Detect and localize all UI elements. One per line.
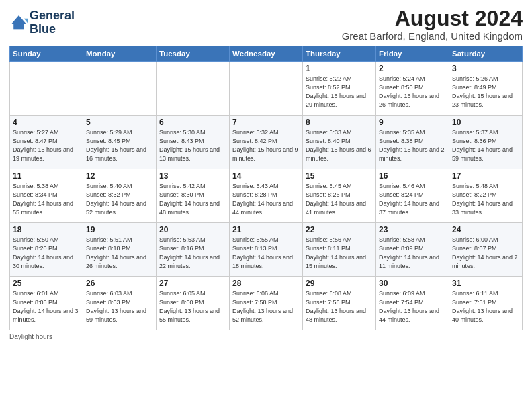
header-cell-monday: Monday bbox=[83, 46, 157, 62]
day-number: 24 bbox=[452, 225, 519, 234]
day-number: 23 bbox=[379, 225, 446, 234]
day-cell: 4Sunrise: 5:27 AM Sunset: 8:47 PM Daylig… bbox=[10, 116, 83, 169]
day-info: Sunrise: 5:29 AM Sunset: 8:45 PM Dayligh… bbox=[86, 128, 153, 163]
day-number: 13 bbox=[159, 171, 226, 181]
week-row-2: 4Sunrise: 5:27 AM Sunset: 8:47 PM Daylig… bbox=[10, 116, 523, 169]
footer-note: Daylight hours bbox=[9, 333, 523, 340]
day-info: Sunrise: 5:22 AM Sunset: 8:52 PM Dayligh… bbox=[306, 75, 373, 109]
day-number: 2 bbox=[379, 64, 446, 73]
day-info: Sunrise: 5:40 AM Sunset: 8:32 PM Dayligh… bbox=[86, 182, 153, 217]
day-number: 19 bbox=[86, 225, 153, 234]
day-number: 5 bbox=[86, 118, 153, 127]
svg-rect-1 bbox=[13, 24, 24, 29]
day-cell: 2Sunrise: 5:24 AM Sunset: 8:50 PM Daylig… bbox=[376, 62, 449, 116]
title-area: August 2024 Great Barford, England, Unit… bbox=[342, 7, 523, 42]
logo: General Blue bbox=[9, 9, 75, 36]
day-number: 12 bbox=[86, 171, 153, 181]
day-info: Sunrise: 6:03 AM Sunset: 8:03 PM Dayligh… bbox=[86, 289, 153, 324]
day-info: Sunrise: 5:33 AM Sunset: 8:40 PM Dayligh… bbox=[306, 128, 373, 163]
day-cell: 15Sunrise: 5:45 AM Sunset: 8:26 PM Dayli… bbox=[303, 169, 376, 223]
day-cell: 6Sunrise: 5:30 AM Sunset: 8:43 PM Daylig… bbox=[157, 116, 230, 169]
day-info: Sunrise: 5:48 AM Sunset: 8:22 PM Dayligh… bbox=[452, 182, 519, 217]
day-number: 22 bbox=[306, 225, 373, 234]
logo-line2: Blue bbox=[30, 23, 75, 36]
day-cell: 12Sunrise: 5:40 AM Sunset: 8:32 PM Dayli… bbox=[83, 169, 157, 223]
day-number: 7 bbox=[232, 118, 300, 127]
day-cell: 10Sunrise: 5:37 AM Sunset: 8:36 PM Dayli… bbox=[449, 116, 523, 169]
page: General Blue August 2024 Great Barford, … bbox=[0, 0, 532, 346]
week-row-1: 1Sunrise: 5:22 AM Sunset: 8:52 PM Daylig… bbox=[10, 62, 523, 116]
day-number: 17 bbox=[452, 171, 519, 181]
day-info: Sunrise: 6:08 AM Sunset: 7:56 PM Dayligh… bbox=[306, 289, 373, 324]
day-cell bbox=[10, 62, 83, 116]
day-cell: 11Sunrise: 5:38 AM Sunset: 8:34 PM Dayli… bbox=[10, 169, 83, 223]
header-cell-tuesday: Tuesday bbox=[157, 46, 230, 62]
day-cell: 9Sunrise: 5:35 AM Sunset: 8:38 PM Daylig… bbox=[376, 116, 449, 169]
day-cell bbox=[230, 62, 303, 116]
day-info: Sunrise: 5:50 AM Sunset: 8:20 PM Dayligh… bbox=[13, 236, 80, 271]
day-info: Sunrise: 6:05 AM Sunset: 8:00 PM Dayligh… bbox=[159, 289, 226, 324]
day-cell: 20Sunrise: 5:53 AM Sunset: 8:16 PM Dayli… bbox=[157, 223, 230, 277]
day-number: 28 bbox=[232, 279, 300, 288]
header-row: SundayMondayTuesdayWednesdayThursdayFrid… bbox=[10, 46, 523, 62]
calendar-table: SundayMondayTuesdayWednesdayThursdayFrid… bbox=[9, 46, 523, 330]
day-info: Sunrise: 5:27 AM Sunset: 8:47 PM Dayligh… bbox=[13, 128, 80, 163]
day-cell: 16Sunrise: 5:46 AM Sunset: 8:24 PM Dayli… bbox=[376, 169, 449, 223]
day-info: Sunrise: 5:51 AM Sunset: 8:18 PM Dayligh… bbox=[86, 236, 153, 271]
svg-marker-0 bbox=[11, 15, 26, 24]
day-info: Sunrise: 5:46 AM Sunset: 8:24 PM Dayligh… bbox=[379, 182, 446, 217]
day-cell: 31Sunrise: 6:11 AM Sunset: 7:51 PM Dayli… bbox=[449, 277, 523, 330]
day-number: 21 bbox=[232, 225, 300, 234]
day-info: Sunrise: 5:55 AM Sunset: 8:13 PM Dayligh… bbox=[232, 236, 300, 271]
day-info: Sunrise: 5:35 AM Sunset: 8:38 PM Dayligh… bbox=[379, 128, 446, 163]
day-info: Sunrise: 6:00 AM Sunset: 8:07 PM Dayligh… bbox=[452, 236, 519, 271]
week-row-3: 11Sunrise: 5:38 AM Sunset: 8:34 PM Dayli… bbox=[10, 169, 523, 223]
day-cell: 26Sunrise: 6:03 AM Sunset: 8:03 PM Dayli… bbox=[83, 277, 157, 330]
day-number: 11 bbox=[13, 171, 80, 181]
day-cell: 29Sunrise: 6:08 AM Sunset: 7:56 PM Dayli… bbox=[303, 277, 376, 330]
day-info: Sunrise: 5:58 AM Sunset: 8:09 PM Dayligh… bbox=[379, 236, 446, 271]
day-number: 29 bbox=[306, 279, 373, 288]
day-info: Sunrise: 5:37 AM Sunset: 8:36 PM Dayligh… bbox=[452, 128, 519, 163]
day-cell: 28Sunrise: 6:06 AM Sunset: 7:58 PM Dayli… bbox=[230, 277, 303, 330]
logo-line1: General bbox=[30, 9, 75, 23]
day-info: Sunrise: 6:11 AM Sunset: 7:51 PM Dayligh… bbox=[452, 289, 519, 324]
day-number: 30 bbox=[379, 279, 446, 288]
day-cell: 24Sunrise: 6:00 AM Sunset: 8:07 PM Dayli… bbox=[449, 223, 523, 277]
day-number: 16 bbox=[379, 171, 446, 181]
day-cell: 19Sunrise: 5:51 AM Sunset: 8:18 PM Dayli… bbox=[83, 223, 157, 277]
day-info: Sunrise: 6:06 AM Sunset: 7:58 PM Dayligh… bbox=[232, 289, 300, 324]
day-number: 10 bbox=[452, 118, 519, 127]
day-cell bbox=[83, 62, 157, 116]
logo-icon bbox=[9, 13, 28, 32]
day-cell: 14Sunrise: 5:43 AM Sunset: 8:28 PM Dayli… bbox=[230, 169, 303, 223]
day-info: Sunrise: 5:43 AM Sunset: 8:28 PM Dayligh… bbox=[232, 182, 300, 217]
day-number: 26 bbox=[86, 279, 153, 288]
day-info: Sunrise: 5:30 AM Sunset: 8:43 PM Dayligh… bbox=[159, 128, 226, 163]
day-cell: 13Sunrise: 5:42 AM Sunset: 8:30 PM Dayli… bbox=[157, 169, 230, 223]
day-cell: 27Sunrise: 6:05 AM Sunset: 8:00 PM Dayli… bbox=[157, 277, 230, 330]
day-cell: 21Sunrise: 5:55 AM Sunset: 8:13 PM Dayli… bbox=[230, 223, 303, 277]
day-number: 25 bbox=[13, 279, 80, 288]
week-row-5: 25Sunrise: 6:01 AM Sunset: 8:05 PM Dayli… bbox=[10, 277, 523, 330]
day-info: Sunrise: 5:53 AM Sunset: 8:16 PM Dayligh… bbox=[159, 236, 226, 271]
day-number: 9 bbox=[379, 118, 446, 127]
header: General Blue August 2024 Great Barford, … bbox=[9, 7, 523, 42]
logo-text: General Blue bbox=[30, 9, 75, 36]
day-number: 1 bbox=[306, 64, 373, 73]
day-number: 8 bbox=[306, 118, 373, 127]
day-info: Sunrise: 5:42 AM Sunset: 8:30 PM Dayligh… bbox=[159, 182, 226, 217]
day-number: 6 bbox=[159, 118, 226, 127]
header-cell-friday: Friday bbox=[376, 46, 449, 62]
subtitle: Great Barford, England, United Kingdom bbox=[342, 30, 523, 42]
day-cell: 1Sunrise: 5:22 AM Sunset: 8:52 PM Daylig… bbox=[303, 62, 376, 116]
day-cell bbox=[157, 62, 230, 116]
main-title: August 2024 bbox=[342, 7, 523, 30]
day-cell: 17Sunrise: 5:48 AM Sunset: 8:22 PM Dayli… bbox=[449, 169, 523, 223]
header-cell-thursday: Thursday bbox=[303, 46, 376, 62]
header-cell-sunday: Sunday bbox=[10, 46, 83, 62]
day-number: 20 bbox=[159, 225, 226, 234]
day-info: Sunrise: 5:45 AM Sunset: 8:26 PM Dayligh… bbox=[306, 182, 373, 217]
day-cell: 18Sunrise: 5:50 AM Sunset: 8:20 PM Dayli… bbox=[10, 223, 83, 277]
day-cell: 8Sunrise: 5:33 AM Sunset: 8:40 PM Daylig… bbox=[303, 116, 376, 169]
